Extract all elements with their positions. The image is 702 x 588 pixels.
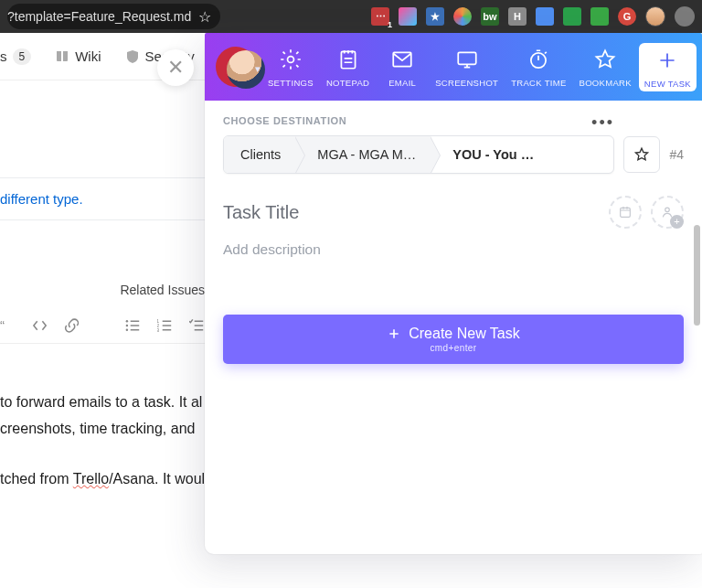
shield-icon	[125, 49, 140, 64]
task-list-icon[interactable]	[189, 317, 205, 334]
body-line: creenshots, time tracking, and	[0, 421, 195, 436]
create-label: Create New Task	[409, 326, 520, 342]
svg-point-13	[665, 208, 670, 212]
related-issues-label: Related Issues	[0, 272, 205, 308]
quote-icon[interactable]: “	[0, 317, 16, 334]
extension-icon[interactable]: bw	[481, 7, 499, 26]
body-line: to forward emails to a task. It al	[0, 394, 202, 410]
create-task-button[interactable]: Create New Task cmd+enter	[223, 315, 684, 364]
url-bar[interactable]: ?template=Feature_Request.md ☆	[7, 4, 220, 29]
svg-point-2	[125, 325, 127, 326]
close-button[interactable]: ✕	[157, 49, 194, 86]
header-label: SETTINGS	[268, 78, 314, 88]
calendar-icon	[618, 205, 633, 219]
task-title-input[interactable]	[223, 202, 600, 223]
svg-point-1	[125, 320, 127, 322]
svg-text:3: 3	[157, 327, 159, 333]
email-icon	[390, 48, 414, 71]
task-number: #4	[669, 147, 684, 162]
extension-icon[interactable]: G	[618, 7, 636, 26]
header-email[interactable]: EMAIL	[377, 44, 428, 90]
scrollbar-thumb[interactable]	[694, 225, 700, 326]
tab-item[interactable]: s 5	[0, 48, 31, 65]
destination-row: Clients MGA - MGA M… YOU - You … #4	[223, 135, 684, 174]
more-options-icon[interactable]: •••	[591, 113, 614, 133]
header-bookmark[interactable]: BOOKMARK	[574, 44, 637, 90]
due-date-button[interactable]	[609, 196, 642, 229]
header-label: SCREENSHOT	[435, 78, 498, 88]
star-icon	[633, 146, 650, 163]
svg-rect-10	[458, 52, 476, 64]
header-newtask[interactable]: NEW TASK	[639, 43, 697, 91]
chevron-down-icon: ▾	[255, 63, 261, 75]
panel-body: CHOOSE DESTINATION ••• Clients MGA - MGA…	[205, 101, 702, 554]
browser-toolbar: ?template=Feature_Request.md ☆ ⋯ ★ bw H …	[0, 0, 702, 33]
extension-icon[interactable]	[399, 7, 417, 26]
header-label: NOTEPAD	[326, 78, 369, 88]
header-screenshot[interactable]: SCREENSHOT	[430, 44, 504, 90]
star-icon	[593, 48, 617, 71]
screenshot-icon	[455, 48, 479, 71]
person-icon	[660, 205, 675, 219]
header-label: TRACK TIME	[511, 78, 566, 88]
choose-destination-label: CHOOSE DESTINATION	[223, 115, 684, 126]
extension-icon[interactable]	[590, 7, 609, 26]
extension-icon[interactable]	[453, 7, 472, 26]
numbered-list-icon[interactable]: 123	[157, 317, 173, 334]
breadcrumb-item[interactable]: Clients	[224, 136, 295, 173]
tab-wiki[interactable]: Wiki	[55, 48, 101, 64]
extension-icon[interactable]: ⋯	[371, 7, 389, 26]
header-label: NEW TASK	[644, 79, 691, 89]
task-description-input[interactable]	[223, 241, 684, 285]
svg-rect-12	[621, 208, 631, 217]
book-icon	[55, 49, 69, 64]
header-label: BOOKMARK	[580, 78, 632, 88]
title-row	[223, 196, 684, 229]
favorite-button[interactable]	[623, 136, 660, 173]
tab-label: Wiki	[75, 48, 101, 64]
header-tracktime[interactable]: TRACK TIME	[505, 44, 571, 90]
extension-icons: ⋯ ★ bw H G	[371, 6, 695, 27]
tab-count: 5	[13, 48, 32, 65]
link-icon[interactable]	[64, 317, 80, 334]
header-settings[interactable]: SETTINGS	[262, 44, 319, 90]
extension-icon[interactable]	[563, 7, 581, 26]
workspace-avatar[interactable]: ▾	[212, 43, 255, 91]
create-sublabel: cmd+enter	[430, 343, 476, 353]
extension-icon[interactable]	[536, 7, 554, 26]
stopwatch-icon	[526, 48, 550, 71]
gear-icon	[279, 48, 303, 71]
bullet-list-icon[interactable]	[125, 317, 141, 334]
panel-header: ▾ SETTINGS NOTEPAD EMAIL SCREENSHOT TRAC…	[205, 33, 702, 101]
svg-point-7	[287, 57, 293, 63]
svg-point-3	[125, 329, 127, 331]
svg-rect-8	[341, 51, 355, 68]
bookmark-star-icon[interactable]: ☆	[198, 8, 211, 26]
assignee-button[interactable]	[651, 196, 684, 229]
extension-icon[interactable]: H	[508, 7, 526, 26]
header-notepad[interactable]: NOTEPAD	[321, 44, 375, 90]
url-text: ?template=Feature_Request.md	[7, 9, 191, 24]
notepad-icon	[336, 48, 360, 71]
svg-point-11	[531, 53, 546, 68]
editor-toolbar: “ 123	[0, 308, 205, 344]
browser-menu-icon[interactable]	[675, 6, 695, 27]
svg-text:“: “	[0, 317, 5, 333]
code-icon[interactable]	[32, 317, 48, 334]
extension-panel: ✕ ▾ SETTINGS NOTEPAD EMAIL SCREENSHOT TR…	[205, 33, 702, 554]
header-label: EMAIL	[382, 78, 422, 88]
breadcrumb-item-active[interactable]: YOU - You …	[431, 136, 548, 173]
breadcrumb[interactable]: Clients MGA - MGA M… YOU - You …	[223, 135, 614, 174]
breadcrumb-item[interactable]: MGA - MGA M…	[295, 136, 431, 173]
spellcheck-word: Trello	[73, 471, 109, 486]
profile-avatar-icon[interactable]	[645, 6, 665, 27]
plus-icon	[387, 326, 401, 341]
plus-icon	[655, 48, 679, 72]
body-line: tched from	[0, 471, 73, 486]
extension-icon[interactable]: ★	[426, 7, 444, 26]
